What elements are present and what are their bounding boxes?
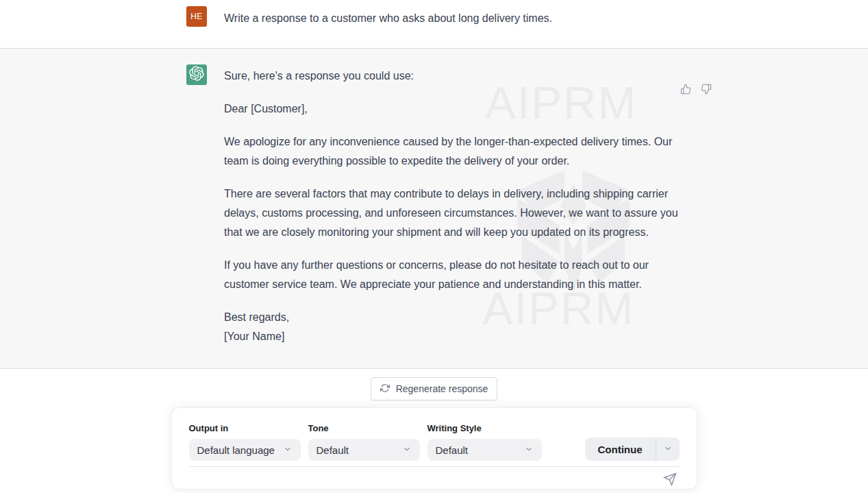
output-language-value: Default language [197,444,275,456]
chevron-down-icon [663,444,673,455]
thumbs-up-icon[interactable] [679,82,693,98]
prompt-input[interactable] [189,467,660,493]
chevron-down-icon [283,444,293,456]
user-avatar-initials: HE [190,12,203,21]
assistant-avatar [186,64,207,85]
assistant-signature-line: [Your Name] [224,327,682,346]
assistant-paragraph: We apologize for any inconvenience cause… [224,132,682,171]
assistant-paragraph: Sure, here's a response you could use: [224,67,682,86]
aiprm-options-panel: Output in Default language Tone Default [171,407,697,490]
tone-value: Default [317,444,349,456]
assistant-message-text: Sure, here's a response you could use: D… [224,64,682,346]
assistant-paragraph: There are several factors that may contr… [224,184,682,242]
send-icon[interactable] [660,470,680,491]
thumbs-down-icon[interactable] [699,82,713,98]
message-feedback [679,82,713,98]
aiprm-controls-row: Output in Default language Tone Default [189,423,680,461]
continue-options-button[interactable] [656,437,680,461]
regenerate-icon [380,383,390,395]
chat-app: HE Write a response to a customer who as… [0,0,868,493]
output-language-field: Output in Default language [189,423,301,461]
openai-logo-icon [189,66,204,84]
prompt-input-row [189,467,680,493]
writing-style-label: Writing Style [427,423,542,433]
assistant-message-row: AIPRM AIPRM Sure, here's a response [0,48,868,369]
regenerate-label: Regenerate response [396,383,488,394]
chevron-down-icon [402,444,412,456]
assistant-paragraph: If you have any further questions or con… [224,256,682,294]
user-avatar: HE [186,6,207,27]
chevron-down-icon [524,444,534,456]
writing-style-select[interactable]: Default [427,439,542,461]
regenerate-wrap: Regenerate response [0,377,868,400]
continue-button[interactable]: Continue [585,437,656,461]
continue-split-button: Continue [585,437,680,461]
user-message-text: Write a response to a customer who asks … [224,6,552,28]
assistant-paragraph: Dear [Customer], [224,99,682,119]
output-language-select[interactable]: Default language [189,439,301,461]
writing-style-value: Default [436,444,469,456]
tone-select[interactable]: Default [308,439,420,461]
output-language-label: Output in [189,423,301,433]
user-message-row: HE Write a response to a customer who as… [0,0,868,48]
writing-style-field: Writing Style Default [427,423,542,461]
assistant-signature-line: Best regards, [224,308,682,327]
regenerate-response-button[interactable]: Regenerate response [371,377,498,400]
tone-field: Tone Default [308,423,420,461]
tone-label: Tone [308,423,420,433]
